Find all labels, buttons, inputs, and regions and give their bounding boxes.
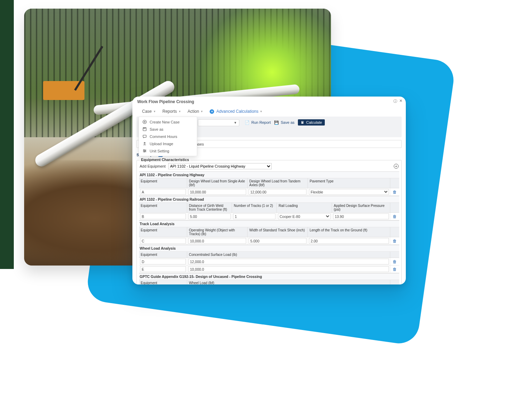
button-label: Calculate [306,120,322,124]
trash-icon[interactable]: 🗑 [393,267,397,272]
chevron-down-icon: ▾ [179,110,181,113]
tandem-axle-input[interactable] [249,189,307,195]
case-select[interactable]: ▼ [198,119,239,126]
add-equipment-select[interactable]: API 1102 - Liquid Pipeline Crossing High… [168,163,272,169]
app-header: Work Flow Pipeline Crossing ⓘ ✕ [132,97,406,106]
equipment-input[interactable] [140,238,186,244]
button-label: Save as [281,120,294,124]
menu-item-unit-setting[interactable]: Unit Setting [139,147,197,154]
block-title: Track Load Analysis [139,221,399,227]
block-gptc: GPTC Guide Appendix G192-15- Design of U… [139,273,399,284]
table-row: Flexible 🗑 [139,188,399,196]
menu-item-label: Create New Case [150,120,180,124]
add-equipment-row: Add Equipment API 1102 - Liquid Pipeline… [139,163,399,171]
col-header: Equipment [139,227,187,237]
col-header: Equipment [139,252,187,258]
menu-case[interactable]: Case▾ [142,109,155,114]
block-title: API 1102 - Pipeline Crossing Railroad [139,196,399,203]
svg-rect-2 [144,128,145,129]
single-axle-input[interactable] [188,189,246,195]
menu-advanced-calculations[interactable]: + Advanced Calculations ▾ [210,109,262,114]
chevron-down-icon: ▾ [154,110,155,113]
col-header: Length of the Track on the Ground (ft) [308,227,390,237]
surface-load-input[interactable] [188,266,389,272]
trash-icon[interactable]: 🗑 [393,259,397,264]
col-header: Distance of Girth Weld from Track Center… [187,203,232,212]
col-header: Wheel Load (lbf) [187,280,390,284]
table-row: Cooper E-80 🗑 [139,213,399,220]
equipment-input[interactable] [140,266,186,272]
add-equipment-label: Add Equipment [140,164,165,168]
col-header: Equipment [139,178,187,188]
menu-action-label: Action [188,109,199,114]
menu-action[interactable]: Action▾ [188,109,203,114]
equipment-input[interactable] [140,213,186,219]
add-equipment-plus-button[interactable]: + [394,164,399,169]
menu-item-label: Upload Image [150,142,173,146]
plus-circle-icon: + [210,109,214,114]
app-title: Work Flow Pipeline Crossing [137,99,194,104]
table-row: 🗑 [139,258,399,266]
svg-rect-3 [143,135,146,138]
col-header: Width of Standard Track Shoe (inch) [248,227,308,237]
chevron-down-icon: ▾ [260,110,262,113]
tracks-number-input[interactable] [233,213,275,219]
track-ground-length-input[interactable] [309,238,389,244]
col-header: Pavement Type [308,178,390,188]
menu-reports[interactable]: Reports▾ [162,109,181,114]
menu-reports-label: Reports [162,109,177,114]
col-header: Equipment [139,203,187,212]
upload-icon [142,141,147,146]
menu-item-create-new-case[interactable]: Create New Case [139,118,197,126]
equipment-input[interactable] [140,189,186,195]
col-header: Rail Loading [277,203,332,212]
trash-icon[interactable]: 🗑 [393,214,397,219]
col-header: Equipment [139,280,187,284]
pavement-type-select[interactable]: Flexible [309,189,389,195]
equipment-input[interactable] [140,259,186,264]
calculator-icon: 🖩 [301,120,304,124]
page-green-accent [0,0,14,269]
calculate-button[interactable]: 🖩Calculate [298,119,325,126]
save-icon [142,127,147,131]
table-row: 🗑 [139,237,399,245]
run-report-button[interactable]: 📄Run Report [245,120,271,125]
col-header: Number of Tracks (1 or 2) [232,203,277,212]
menu-item-label: Comment Hours [150,134,177,139]
track-shoe-width-input[interactable] [249,238,307,244]
equipment-characteristics-fieldset: Equipment Characteristics Add Equipment … [137,160,402,284]
col-header: Concentrated Surface Load (lb) [187,252,390,258]
menu-item-label: Save as [150,127,163,131]
surface-load-input[interactable] [188,259,389,264]
menu-item-comment-hours[interactable]: Comment Hours [139,133,197,140]
girth-weld-distance-input[interactable] [188,213,231,219]
block-wheel-load: Wheel Load Analysis Equipment Concentrat… [139,245,399,273]
help-icon[interactable]: ⓘ [393,99,397,104]
close-icon[interactable]: ✕ [399,99,402,104]
comment-icon [142,134,147,139]
button-label: Run Report [251,120,271,124]
trash-icon[interactable]: 🗑 [393,239,397,243]
col-header-actions [390,227,399,237]
menu-item-label: Unit Setting [150,149,169,153]
save-as-button[interactable]: 💾Save as [274,120,294,125]
menu-item-save-as[interactable]: Save as [139,126,197,133]
fieldset-legend: Equipment Characteristics [140,158,190,162]
app-window: Work Flow Pipeline Crossing ⓘ ✕ Case▾ Re… [132,97,406,284]
col-header-actions [390,252,399,258]
col-header-actions [390,178,399,188]
col-header: Design Wheel Load from Tandem Axles (lbf… [248,178,308,188]
surface-pressure-input[interactable] [333,213,389,219]
rail-loading-select[interactable]: Cooper E-80 [278,213,331,219]
menubar: Case▾ Reports▾ Action▾ + Advanced Calcul… [132,106,406,117]
chevron-down-icon: ▾ [201,110,203,113]
case-dropdown: Create New Case Save as Comment Hours Up… [139,117,197,156]
block-title: GPTC Guide Appendix G192-15- Design of U… [139,273,399,280]
trash-icon[interactable]: 🗑 [393,190,397,194]
caret-down-icon: ▼ [234,121,237,124]
operating-weight-input[interactable] [188,238,246,244]
block-highway: API 1102 - Pipeline Crossing Highway Equ… [139,171,399,196]
col-header: Operating Weight (Object with Tracks) (l… [187,227,248,237]
menu-item-upload-image[interactable]: Upload Image [139,140,197,147]
block-title: Wheel Load Analysis [139,245,399,252]
